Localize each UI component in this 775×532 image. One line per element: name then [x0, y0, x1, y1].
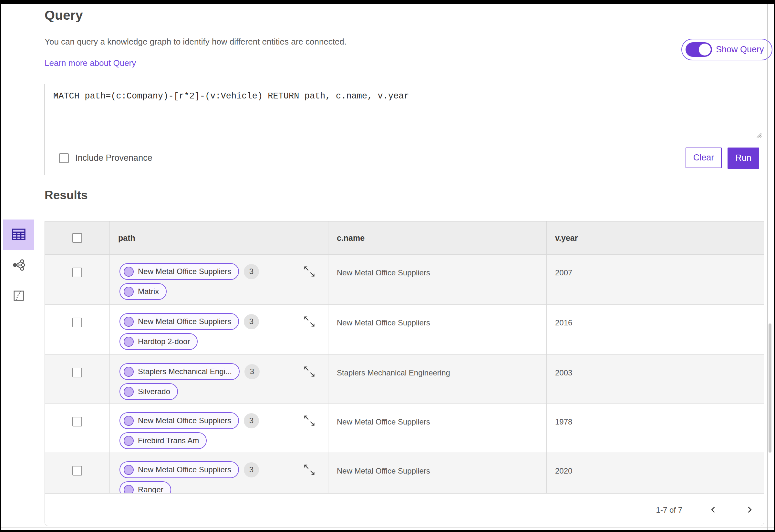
table-row: New Metal Office Suppliers 3 Hardtop 2-d… — [45, 305, 764, 355]
table-pagination: 1-7 of 7 — [45, 493, 764, 526]
node-circle-icon — [124, 416, 134, 426]
toggle-on-icon[interactable] — [686, 42, 712, 57]
pagination-range-label: 1-7 of 7 — [656, 506, 682, 515]
chevron-left-icon — [709, 505, 718, 515]
path-cell: New Metal Office Suppliers 3 Firebird Tr… — [110, 404, 328, 453]
path-node-pill[interactable]: Ranger — [119, 481, 171, 493]
edge-count-badge: 3 — [244, 314, 259, 329]
clear-button[interactable]: Clear — [686, 148, 722, 168]
node-circle-icon — [124, 387, 134, 397]
results-title: Results — [45, 189, 88, 202]
path-node-pill[interactable]: Hardtop 2-door — [119, 333, 198, 350]
toggle-knob — [699, 44, 711, 56]
table-row: New Metal Office Suppliers 3 Firebird Tr… — [45, 404, 764, 453]
node-circle-icon — [124, 317, 134, 327]
node-circle-icon — [124, 267, 134, 277]
editor-buttons: Clear Run — [686, 148, 764, 169]
c-name-cell: New Metal Office Suppliers — [328, 305, 547, 354]
expand-diagonal-arrows-icon[interactable] — [303, 265, 316, 278]
table-grid-icon — [11, 227, 26, 243]
expand-diagonal-arrows-icon[interactable] — [303, 414, 316, 427]
show-query-label: Show Query — [716, 45, 764, 55]
run-button[interactable]: Run — [728, 148, 759, 169]
path-cell: New Metal Office Suppliers 3 Hardtop 2-d… — [110, 305, 328, 354]
path-node-pill[interactable]: Staplers Mechanical Engi... — [119, 363, 240, 380]
next-page-button[interactable] — [743, 503, 756, 517]
node-circle-icon — [124, 465, 134, 475]
v-year-cell: 2003 — [547, 355, 764, 404]
c-name-cell: New Metal Office Suppliers — [328, 255, 547, 304]
expand-diagonal-arrows-icon[interactable] — [303, 365, 316, 378]
select-all-checkbox[interactable] — [72, 233, 82, 243]
include-provenance-control[interactable]: Include Provenance — [59, 153, 152, 163]
row-checkbox[interactable] — [72, 318, 82, 327]
v-year-cell: 2007 — [547, 255, 764, 304]
c-name-cell: New Metal Office Suppliers — [328, 453, 547, 493]
node-circle-icon — [124, 337, 134, 347]
table-view-button[interactable] — [3, 220, 34, 250]
screenshot-frame: Query You can query a knowledge graph to… — [0, 0, 775, 532]
results-table: path c.name v.year New Metal Office Supp… — [45, 221, 764, 526]
path-cell: New Metal Office Suppliers 3 Matrix — [110, 255, 328, 304]
query-page: Query You can query a knowledge graph to… — [1, 4, 774, 530]
path-node-pill[interactable]: New Metal Office Suppliers — [119, 263, 239, 280]
path-node-pill[interactable]: Firebird Trans Am — [119, 432, 207, 449]
prev-page-button[interactable] — [707, 503, 720, 517]
node-circle-icon — [124, 287, 134, 297]
path-cell: Staplers Mechanical Engi... 3 Silverado — [110, 355, 328, 404]
row-checkbox[interactable] — [72, 417, 82, 426]
column-header-v-year: v.year — [547, 221, 764, 254]
content-bottom-divider — [1, 527, 774, 528]
chart-view-button[interactable] — [3, 281, 34, 312]
page-description: You can query a knowledge graph to ident… — [45, 37, 346, 47]
expand-diagonal-arrows-icon[interactable] — [303, 463, 316, 476]
table-row: New Metal Office Suppliers 3 Matrix New … — [45, 255, 764, 305]
results-view-rail — [3, 220, 34, 312]
page-title: Query — [45, 8, 83, 23]
v-year-cell: 2016 — [547, 305, 764, 354]
expand-diagonal-arrows-icon[interactable] — [303, 315, 316, 328]
include-provenance-label: Include Provenance — [75, 153, 152, 163]
path-node-pill[interactable]: New Metal Office Suppliers — [119, 313, 239, 330]
c-name-cell: Staplers Mechanical Engineering — [328, 355, 547, 404]
path-node-pill[interactable]: Matrix — [119, 283, 167, 300]
edge-count-badge: 3 — [244, 364, 260, 379]
network-share-icon — [12, 258, 25, 273]
header-checkbox-cell — [45, 221, 110, 254]
route-map-icon — [13, 290, 25, 303]
path-cell: New Metal Office Suppliers 3 Ranger — [110, 453, 328, 493]
path-node-pill[interactable]: Silverado — [119, 383, 178, 400]
table-row: New Metal Office Suppliers 3 Ranger New … — [45, 453, 764, 493]
path-node-pill[interactable]: New Metal Office Suppliers — [119, 412, 239, 429]
edge-count-badge: 3 — [244, 264, 259, 279]
edge-count-badge: 3 — [244, 413, 259, 428]
textarea-resize-grip-icon[interactable] — [755, 131, 762, 139]
row-checkbox[interactable] — [72, 368, 82, 377]
learn-more-link[interactable]: Learn more about Query — [45, 58, 136, 68]
table-row: Staplers Mechanical Engi... 3 Silverado … — [45, 355, 764, 404]
show-query-toggle-button[interactable]: Show Query — [681, 39, 772, 60]
v-year-cell: 1978 — [547, 404, 764, 453]
node-circle-icon — [124, 436, 134, 446]
edge-count-badge: 3 — [244, 462, 259, 477]
v-year-cell: 2020 — [547, 453, 764, 493]
node-circle-icon — [124, 367, 134, 377]
query-input[interactable]: MATCH path=(c:Company)-[r*2]-(v:Vehicle)… — [45, 84, 764, 141]
graph-view-button[interactable] — [3, 250, 34, 281]
row-checkbox[interactable] — [72, 466, 82, 476]
table-header-row: path c.name v.year — [45, 221, 764, 255]
page-scrollbar-track — [767, 4, 768, 530]
column-header-c-name: c.name — [328, 221, 547, 254]
chevron-right-icon — [745, 505, 754, 515]
query-editor-footer: Include Provenance Clear Run — [45, 141, 764, 175]
include-provenance-checkbox[interactable] — [59, 153, 69, 163]
path-node-pill[interactable]: New Metal Office Suppliers — [119, 461, 239, 478]
column-header-path: path — [110, 221, 328, 254]
query-editor-card: MATCH path=(c:Company)-[r*2]-(v:Vehicle)… — [45, 84, 764, 175]
c-name-cell: New Metal Office Suppliers — [328, 404, 547, 453]
node-circle-icon — [124, 485, 134, 494]
page-scrollbar-thumb[interactable] — [769, 323, 771, 453]
row-checkbox[interactable] — [72, 268, 82, 277]
query-editor-area: MATCH path=(c:Company)-[r*2]-(v:Vehicle)… — [45, 84, 764, 141]
